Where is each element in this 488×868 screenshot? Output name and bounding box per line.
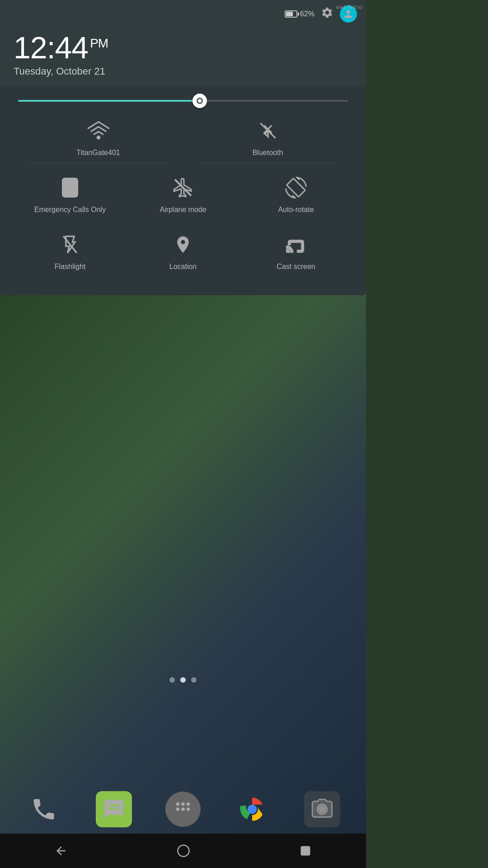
- dock-phone-icon[interactable]: [26, 791, 62, 827]
- dock-chrome-icon[interactable]: [234, 791, 270, 827]
- bluetooth-label: Bluetooth: [253, 149, 283, 157]
- brightness-slider[interactable]: [18, 100, 348, 102]
- recents-button[interactable]: [299, 844, 312, 857]
- brightness-thumb-inner: [197, 98, 203, 104]
- time-value: 12:44: [14, 30, 88, 65]
- svg-point-7: [187, 802, 190, 806]
- time-section: 12:44PM Tuesday, October 21: [0, 26, 366, 86]
- airplane-label: Airplane mode: [160, 206, 206, 214]
- brightness-fill: [18, 100, 200, 102]
- dock-launcher-icon[interactable]: [165, 792, 201, 827]
- page-dot-2: [180, 677, 186, 683]
- navigation-bar: [0, 834, 366, 868]
- svg-point-10: [187, 807, 190, 811]
- castscreen-icon: [284, 233, 308, 256]
- emergency-label: Emergency Calls Only: [34, 206, 106, 214]
- toggle-bluetooth[interactable]: Bluetooth: [183, 111, 352, 163]
- toggle-row-3: Flashlight Location Cast screen: [14, 225, 352, 277]
- svg-point-8: [176, 807, 180, 811]
- emergency-icon: [58, 176, 82, 199]
- time-display: 12:44PM: [14, 31, 352, 65]
- date-display: Tuesday, October 21: [14, 66, 352, 77]
- dock-messages-icon[interactable]: [96, 791, 132, 827]
- toggle-row-wifi-bluetooth: TitanGate401 Bluetooth: [14, 111, 352, 163]
- wifi-icon: [87, 119, 110, 142]
- brightness-control[interactable]: [14, 95, 352, 111]
- flashlight-icon: [58, 233, 82, 256]
- home-button[interactable]: [177, 844, 190, 858]
- dock-camera-icon[interactable]: [304, 791, 340, 827]
- svg-point-9: [181, 807, 185, 811]
- bluetooth-icon: [256, 119, 280, 142]
- location-icon: [171, 233, 195, 256]
- back-button[interactable]: [54, 844, 68, 858]
- toggle-row-2: Emergency Calls Only Airplane mode: [14, 168, 352, 220]
- svg-point-0: [96, 136, 100, 140]
- app-dock: [0, 787, 366, 832]
- castscreen-label: Cast screen: [277, 263, 315, 271]
- toggle-flashlight[interactable]: Flashlight: [14, 225, 127, 277]
- location-label: Location: [169, 263, 197, 271]
- svg-point-13: [178, 845, 189, 857]
- autorotate-icon: [284, 176, 308, 199]
- page-dot-3: [191, 677, 197, 683]
- toggle-emergency[interactable]: Emergency Calls Only: [14, 168, 127, 220]
- toggle-divider: [200, 163, 336, 163]
- battery-icon: [285, 10, 297, 18]
- notification-shade: 62% 12:44PM Tuesday, October 21: [0, 0, 366, 295]
- wifi-label: TitanGate401: [76, 149, 120, 157]
- watermark: webTekno: [336, 4, 362, 10]
- page-dots: [0, 668, 366, 692]
- autorotate-label: Auto-rotate: [278, 206, 314, 214]
- brightness-thumb[interactable]: [192, 94, 207, 108]
- flashlight-label: Flashlight: [55, 263, 85, 271]
- toggle-divider: [31, 163, 166, 163]
- page-dot-1: [169, 677, 175, 683]
- svg-point-6: [181, 802, 185, 806]
- quick-settings-panel: TitanGate401 Bluetooth: [0, 86, 366, 295]
- status-bar: 62%: [0, 0, 366, 26]
- battery-container: 62%: [285, 10, 314, 18]
- toggle-location[interactable]: Location: [127, 225, 239, 277]
- settings-icon[interactable]: [321, 6, 333, 22]
- svg-rect-14: [301, 847, 310, 855]
- toggle-autorotate[interactable]: Auto-rotate: [239, 168, 352, 220]
- toggle-airplane[interactable]: Airplane mode: [127, 168, 239, 220]
- toggle-castscreen[interactable]: Cast screen: [239, 225, 352, 277]
- battery-fill: [286, 12, 293, 16]
- airplane-icon: [171, 176, 195, 199]
- ampm: PM: [90, 36, 108, 50]
- battery-percent: 62%: [300, 10, 314, 18]
- toggle-wifi[interactable]: TitanGate401: [14, 111, 183, 163]
- svg-point-5: [176, 802, 180, 806]
